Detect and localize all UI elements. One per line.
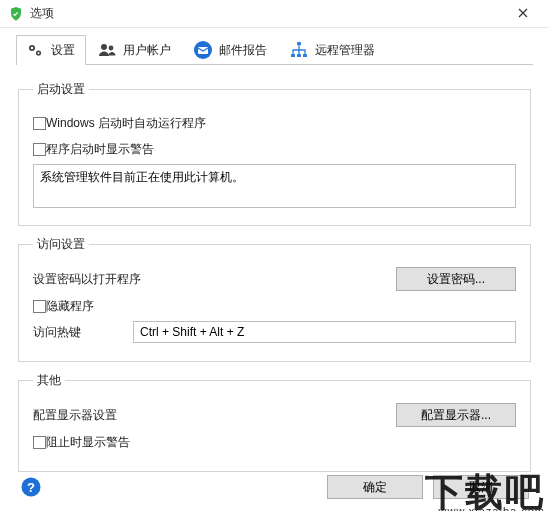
hotkey-input[interactable] [133, 321, 516, 343]
label-hide-program: 隐藏程序 [46, 298, 94, 315]
tab-accounts[interactable]: 用户帐户 [88, 35, 182, 65]
set-password-button[interactable]: 设置密码... [396, 267, 516, 291]
svg-rect-8 [297, 42, 301, 45]
svg-point-5 [109, 46, 114, 51]
users-icon [97, 40, 117, 60]
tab-mail-report[interactable]: 邮件报告 [184, 35, 278, 65]
group-access: 访问设置 设置密码以打开程序 设置密码... 隐藏程序 访问热键 [18, 236, 531, 362]
tab-label: 远程管理器 [315, 42, 375, 59]
dialog-button-bar: ? 确定 取消 [0, 475, 549, 499]
svg-rect-10 [297, 54, 301, 57]
label-show-warn-on-start: 程序启动时显示警告 [46, 141, 154, 158]
ok-button[interactable]: 确定 [327, 475, 423, 499]
group-legend: 其他 [33, 372, 65, 389]
mail-icon [193, 40, 213, 60]
help-icon[interactable]: ? [20, 476, 42, 498]
close-button[interactable] [503, 1, 543, 27]
checkbox-block-warn[interactable] [33, 436, 46, 449]
window-title: 选项 [30, 5, 503, 22]
svg-rect-11 [303, 54, 307, 57]
cancel-button[interactable]: 取消 [433, 475, 529, 499]
svg-point-4 [101, 44, 107, 50]
label-autorun: Windows 启动时自动运行程序 [46, 115, 206, 132]
watermark-url: www.xiazaiba.com [425, 505, 545, 511]
tab-label: 用户帐户 [123, 42, 171, 59]
tab-remote-manager[interactable]: 远程管理器 [280, 35, 386, 65]
group-legend: 启动设置 [33, 81, 89, 98]
svg-point-3 [38, 52, 40, 54]
tab-settings[interactable]: 设置 [16, 35, 86, 65]
label-config-monitor: 配置显示器设置 [33, 407, 117, 424]
configure-monitor-button[interactable]: 配置显示器... [396, 403, 516, 427]
label-set-password: 设置密码以打开程序 [33, 271, 141, 288]
tab-label: 设置 [51, 42, 75, 59]
close-icon [518, 7, 528, 21]
title-bar: 选项 [0, 0, 549, 28]
group-other: 其他 配置显示器设置 配置显示器... 阻止时显示警告 [18, 372, 531, 472]
group-startup: 启动设置 Windows 启动时自动运行程序 程序启动时显示警告 [18, 81, 531, 226]
tab-content: 启动设置 Windows 启动时自动运行程序 程序启动时显示警告 访问设置 设置… [0, 65, 549, 492]
tab-strip: 设置 用户帐户 邮件报告 远程管理器 [16, 34, 533, 65]
label-block-warn: 阻止时显示警告 [46, 434, 130, 451]
checkbox-show-warn-on-start[interactable] [33, 143, 46, 156]
checkbox-autorun[interactable] [33, 117, 46, 130]
startup-warning-text[interactable] [33, 164, 516, 208]
svg-text:?: ? [27, 480, 35, 495]
checkbox-hide-program[interactable] [33, 300, 46, 313]
gears-icon [25, 40, 45, 60]
svg-rect-9 [291, 54, 295, 57]
network-icon [289, 40, 309, 60]
group-legend: 访问设置 [33, 236, 89, 253]
tab-label: 邮件报告 [219, 42, 267, 59]
label-hotkey: 访问热键 [33, 324, 133, 341]
app-shield-icon [8, 6, 24, 22]
svg-point-1 [31, 47, 33, 49]
